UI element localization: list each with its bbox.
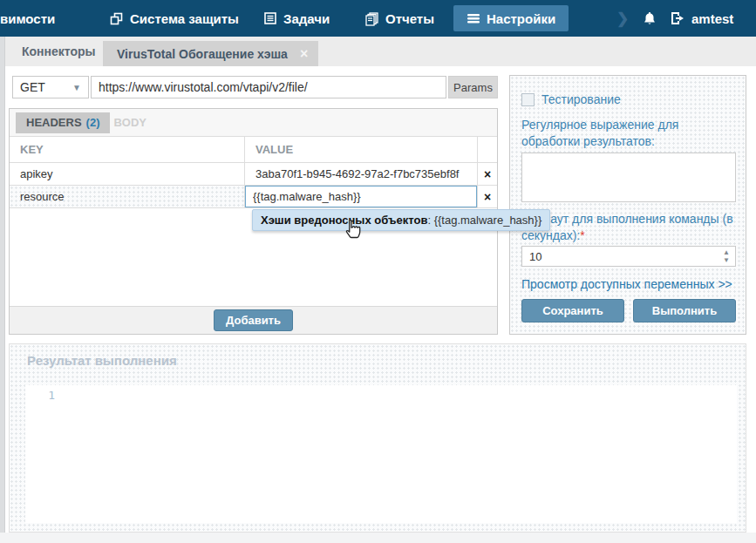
testing-label: Тестирование [541,92,621,108]
table-header-row: KEY VALUE [10,137,497,163]
nav-item-label: Настройки [487,11,555,26]
logout-button[interactable]: amtest [670,0,733,37]
tab-body-label: BODY [113,116,146,129]
table-row[interactable]: resource × [10,186,497,208]
tab-headers[interactable]: HEADERS (2) [16,112,110,133]
tab-body[interactable]: BODY [110,112,157,133]
add-header-button[interactable]: Добавить [214,309,293,331]
app-window: вимости Система защиты Задачи Отчеты Нас… [0,0,756,543]
collapsed-sidebar-strip[interactable] [0,37,5,543]
column-header-actions [478,137,497,163]
header-key-cell[interactable]: apikey [10,163,245,186]
timeout-input[interactable] [522,247,735,266]
result-panel-title: Результат выполнения [27,353,177,368]
testing-checkbox[interactable] [521,93,535,106]
tab-connectors[interactable]: Коннекторы [22,37,96,66]
nav-item-reports[interactable]: Отчеты [364,0,434,37]
tab-virustotal-connector[interactable]: VirusTotal Обогащение хэша × [103,41,318,66]
delete-row-icon[interactable]: × [484,168,491,180]
regex-textarea[interactable] [521,153,736,202]
headers-count-badge: (2) [86,116,100,129]
row-delete-cell: × [478,163,497,186]
tab-close-icon[interactable]: × [300,46,308,62]
nav-item-protection-system[interactable]: Система защиты [109,0,239,37]
line-number: 1 [48,389,55,402]
tab-bar: Коннекторы VirusTotal Обогащение хэша × [0,37,756,66]
url-input[interactable] [91,76,446,98]
table-row[interactable]: apikey 3aba70f1-b945-4692-97a2-f7bc735eb… [10,163,497,186]
method-select[interactable]: GET ▼ [12,76,89,98]
logout-icon [670,11,685,25]
headers-panel-footer: Добавить [10,306,497,334]
notifications-bell-icon[interactable] [642,0,657,37]
headers-body-tabstrip: HEADERS (2) BODY [10,109,497,137]
tab-connectors-label: Коннекторы [22,44,96,58]
run-button[interactable]: Выполнить [633,299,736,322]
timeout-label-text: Таймаут для выполнения команды (в секунд… [521,212,733,242]
suggestion-title: Хэши вредоносных объектов [261,214,427,227]
header-value-cell[interactable]: 3aba70f1-b945-4692-97a2-f7bc735ebf8f [245,163,478,186]
header-value-edit-input[interactable] [245,186,477,207]
page-bottom-margin [0,533,756,543]
timeout-input-wrap: ▲▼ [521,246,736,267]
nav-item-label: Задачи [283,11,330,26]
connector-settings-panel: Тестирование Регулярное выражение для об… [509,75,746,335]
result-code-editor[interactable]: 1 [25,385,737,523]
nav-item-label: вимости [0,11,55,26]
row-delete-cell: × [478,186,497,208]
suggestion-value: : {{tag.malware_hash}} [427,214,541,227]
settings-menu-icon [467,12,480,24]
spinner-up-icon[interactable]: ▲ [723,248,730,256]
code-content-area[interactable] [69,385,737,523]
username-label: amtest [691,11,733,26]
variable-suggestion-popup[interactable]: Хэши вредоносных объектов: {{tag.malware… [252,209,550,231]
testing-checkbox-row[interactable]: Тестирование [521,92,621,108]
available-variables-link[interactable]: Просмотр доступных переменных >> [521,277,732,291]
column-header-value: VALUE [245,137,478,163]
tasks-icon [263,11,277,25]
nav-item-label: Отчеты [385,11,434,26]
number-spinner[interactable]: ▲▼ [723,248,730,264]
nav-overflow-chevron-icon[interactable]: ❯ [616,0,629,37]
nav-item-settings[interactable]: Настройки [453,5,569,31]
execution-result-panel: Результат выполнения 1 [9,343,746,533]
timeout-label: Таймаут для выполнения команды (в секунд… [521,211,736,244]
top-navbar: вимости Система защиты Задачи Отчеты Нас… [0,0,756,37]
action-buttons-row: Сохранить Выполнить [521,299,736,322]
header-value-cell [245,186,478,208]
layers-icon [109,11,124,26]
tab-label: VirusTotal Обогащение хэша [117,47,288,61]
nav-item-label: Система защиты [130,11,239,26]
chevron-down-icon: ▼ [72,83,81,92]
spinner-down-icon[interactable]: ▼ [723,256,730,264]
delete-row-icon[interactable]: × [484,191,491,203]
params-button[interactable]: Params [448,76,498,98]
save-button[interactable]: Сохранить [521,299,624,322]
header-key-cell[interactable]: resource [10,186,245,208]
regex-label: Регулярное выражение для обработки резул… [521,117,736,150]
column-header-key: KEY [10,137,245,163]
nav-item-tasks[interactable]: Задачи [263,0,330,37]
required-asterisk: * [580,228,584,242]
nav-item-vulnerabilities[interactable]: вимости [0,0,55,37]
reports-icon [364,11,379,26]
tab-headers-label: HEADERS [26,116,82,129]
method-value: GET [20,80,45,94]
line-number-gutter: 1 [25,385,69,523]
